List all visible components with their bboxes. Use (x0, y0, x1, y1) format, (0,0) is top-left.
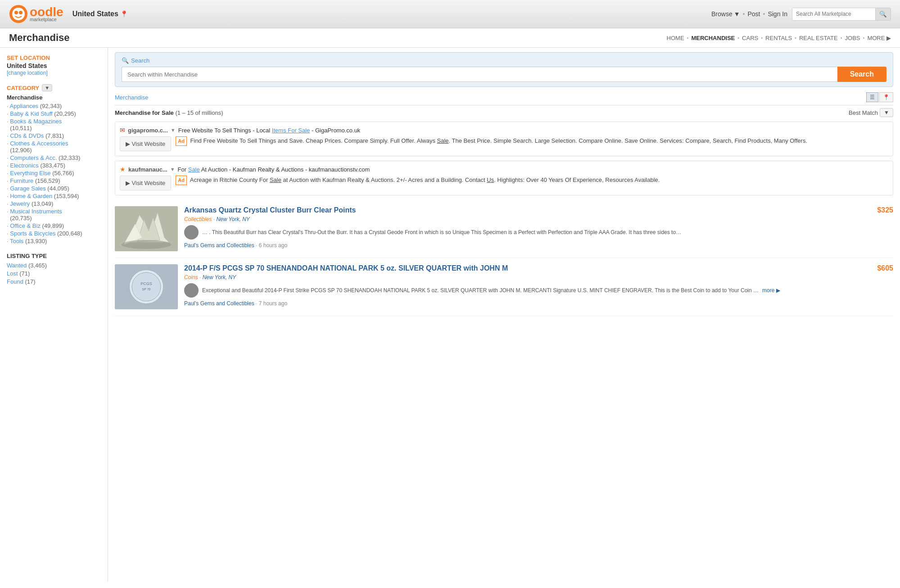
category-link-books[interactable]: Books & Magazines (10, 118, 62, 125)
change-location-link[interactable]: [change location] (7, 70, 48, 76)
ad2-body-text: Ad Acreage in Ritchie County For Sale at… (176, 176, 660, 190)
category-link-clothes[interactable]: Clothes & Accessories (10, 140, 68, 147)
listing-item-1: Arkansas Quartz Crystal Cluster Burr Cle… (115, 200, 893, 258)
category-link-everything[interactable]: Everything Else (10, 170, 50, 176)
subnav-sep-1: • (687, 35, 689, 41)
list-view-button[interactable]: ☰ (866, 92, 878, 102)
listing-title-1[interactable]: Arkansas Quartz Crystal Cluster Burr Cle… (184, 206, 851, 214)
sidebar: SET LOCATION United States [change locat… (0, 48, 108, 582)
listing-type-wanted[interactable]: Wanted (7, 262, 27, 269)
subnav-links: HOME • MERCHANDISE • CARS • RENTALS • RE… (667, 35, 891, 41)
category-link-computers[interactable]: Computers & Acc. (10, 154, 57, 161)
post-link[interactable]: Post (747, 10, 760, 18)
subnav-more[interactable]: MORE ▶ (867, 35, 891, 41)
ad1-tagline-link[interactable]: Items For Sale (272, 127, 310, 134)
subnav-home[interactable]: HOME (667, 35, 684, 41)
list-item: · Baby & Kid Stuff (20,295) (7, 110, 101, 117)
category-link-jewelry[interactable]: Jewelry (10, 200, 30, 207)
category-link-garage[interactable]: Garage Sales (10, 185, 46, 192)
category-link-appliances[interactable]: Appliances (10, 103, 39, 109)
listing-seller-2[interactable]: Paul's Gems and Collectibles (184, 300, 254, 307)
category-link-home[interactable]: Home & Garden (10, 193, 52, 199)
main-layout: SET LOCATION United States [change locat… (0, 48, 900, 582)
subnav-cars[interactable]: CARS (742, 35, 758, 41)
listing-time-2: 7 hours ago (259, 300, 287, 307)
listing-type-found[interactable]: Found (7, 278, 23, 285)
subnav-real-estate[interactable]: REAL ESTATE (799, 35, 838, 41)
set-location-label: SET LOCATION (7, 54, 101, 61)
sidebar-location: United States (7, 62, 101, 69)
results-count: Merchandise for Sale (1 – 15 of millions… (115, 109, 223, 116)
logo[interactable]: oodle marketplace (9, 5, 63, 23)
listing-thumb-1[interactable] (115, 206, 178, 251)
ad2-dropdown-icon[interactable]: ▼ (170, 167, 175, 172)
search-section-label: 🔍 Search (122, 57, 886, 64)
header-search-input[interactable] (792, 8, 875, 20)
sign-in-link[interactable]: Sign In (768, 10, 787, 18)
breadcrumb-link[interactable]: Merchandise (115, 94, 148, 101)
header-right: Browse ▼ • Post • Sign In 🔍 (711, 8, 891, 21)
ad2-site-name[interactable]: kaufmanauc... (128, 166, 167, 173)
browse-button[interactable]: Browse ▼ (711, 10, 740, 18)
svg-point-11 (132, 272, 161, 301)
category-label: CATEGORY (7, 85, 39, 91)
header-location-text: United States (72, 10, 118, 18)
listing-type-lost[interactable]: Lost (7, 270, 18, 277)
ad2-tagline-link[interactable]: Sale (188, 166, 200, 173)
listing-category-1[interactable]: Collectibles (184, 216, 212, 222)
search-section: 🔍 Search Search (115, 52, 893, 87)
svg-point-8 (122, 240, 171, 249)
seller-avatar-2 (184, 283, 199, 298)
listing-seller-1[interactable]: Paul's Gems and Collectibles (184, 242, 254, 249)
listing-price-2: $605 (857, 264, 893, 309)
map-view-button[interactable]: 📍 (879, 92, 893, 102)
category-link-electronics[interactable]: Electronics (10, 162, 39, 169)
subnav-merchandise[interactable]: MERCHANDISE (691, 35, 735, 41)
search-button[interactable]: Search (837, 67, 886, 82)
category-link-cds[interactable]: CDs & DVDs (10, 132, 44, 139)
subnav-sep-4: • (795, 35, 796, 41)
ad1-badge: Ad (176, 136, 187, 146)
header-search-button[interactable]: 🔍 (875, 8, 891, 20)
listing-title-2[interactable]: 2014-P F/S PCGS SP 70 SHENANDOAH NATIONA… (184, 264, 851, 272)
header-location[interactable]: United States 📍 (72, 10, 128, 18)
category-link-furniture[interactable]: Furniture (10, 177, 33, 184)
ad2-visit-button[interactable]: ▶ Visit Website (120, 176, 171, 190)
ad1-visit-button[interactable]: ▶ Visit Website (120, 136, 171, 151)
svg-point-1 (12, 8, 25, 20)
subnav-sep-6: • (863, 35, 865, 41)
list-item: · Jewelry (13,049) (7, 200, 101, 207)
results-count-row: Merchandise for Sale (1 – 15 of millions… (115, 108, 893, 117)
listing-category-2[interactable]: Coins (184, 274, 198, 280)
category-link-musical[interactable]: Musical Instruments (10, 208, 62, 215)
listing-description-2: Exceptional and Beautiful 2014-P First S… (184, 283, 851, 298)
category-dropdown-button[interactable]: ▼ (42, 84, 52, 91)
ad1-site-name[interactable]: gigapromo.c... (128, 127, 168, 134)
category-link-tools[interactable]: Tools (10, 238, 23, 244)
list-item: · Electronics (383,475) (7, 162, 101, 169)
sort-dropdown-button[interactable]: ▼ (880, 108, 893, 117)
category-link-office[interactable]: Office & Biz (10, 222, 41, 229)
subnav-rentals[interactable]: RENTALS (765, 35, 792, 41)
ad2-favicon-icon: ★ (120, 166, 126, 173)
seller-info-row-2: Exceptional and Beautiful 2014-P First S… (184, 283, 851, 298)
listing-type-section: LISTING TYPE Wanted (3,465) Lost (71) Fo… (7, 253, 101, 285)
listing-more-link-2[interactable]: more ▶ (762, 287, 780, 294)
category-link-sports[interactable]: Sports & Bicycles (10, 230, 55, 237)
search-magnifier-icon: 🔍 (122, 57, 129, 64)
svg-text:PCGS: PCGS (140, 281, 152, 286)
results-header: Merchandise ☰ 📍 (115, 92, 893, 105)
list-item: · Everything Else (56,766) (7, 170, 101, 176)
sub-nav: Merchandise HOME • MERCHANDISE • CARS • … (0, 28, 900, 48)
listing-thumb-image-2: PCGS SP 70 (115, 264, 178, 309)
listing-thumb-2[interactable]: PCGS SP 70 (115, 264, 178, 309)
subnav-jobs[interactable]: JOBS (845, 35, 860, 41)
search-input[interactable] (122, 67, 837, 82)
ad1-dropdown-icon[interactable]: ▼ (171, 127, 176, 133)
listing-description-text-2: Exceptional and Beautiful 2014-P First S… (202, 287, 759, 294)
category-link-baby[interactable]: Baby & Kid Stuff (10, 110, 52, 117)
ad-listing-1: ✉ gigapromo.c... ▼ Free Website To Sell … (115, 122, 893, 156)
list-item: · Home & Garden (153,594) (7, 193, 101, 199)
svg-point-3 (19, 11, 23, 14)
sort-control: Best Match ▼ (849, 108, 893, 117)
